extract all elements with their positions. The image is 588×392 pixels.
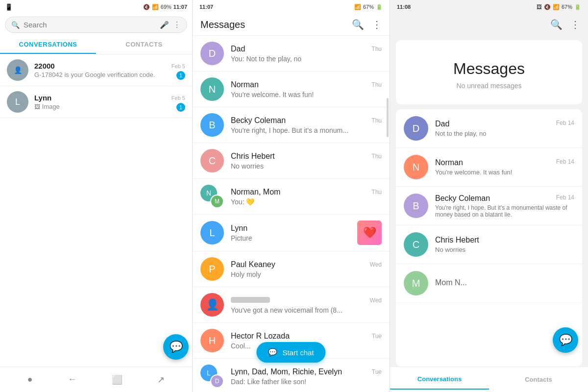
msg-item-norman-mom[interactable]: N M Norman, Mom Thu You: 💛 bbox=[193, 179, 390, 215]
p3-tab-contacts[interactable]: Contacts bbox=[489, 370, 588, 389]
panel3-list: D Dad Feb 14 Not to the play, no N Norma… bbox=[396, 109, 582, 367]
p3-item-mom[interactable]: M Mom N... bbox=[396, 264, 582, 303]
compose-fab-3[interactable]: 💬 bbox=[553, 327, 578, 353]
p3-name-becky: Becky Coleman bbox=[435, 194, 490, 203]
mute-icon: 🔇 bbox=[143, 4, 150, 10]
msg-name-hector: Hector R Lozada bbox=[231, 332, 290, 341]
conv-info-lynn: Lynn Feb 5 🖼 Image bbox=[34, 94, 185, 110]
p3-date-dad: Feb 14 bbox=[556, 120, 574, 128]
avatar-lynn-group: L D bbox=[200, 365, 224, 388]
msg-preview-becky: You're right, I hope. But it's a monum..… bbox=[231, 126, 382, 134]
panel3: 11:08 🖼 🔇 📶 67% 🔋 🔍 ⋮ Messages No unread… bbox=[390, 0, 588, 392]
search-bar[interactable]: 🔍 🎤 ⋮ bbox=[5, 17, 187, 33]
p3-date-becky: Feb 14 bbox=[556, 194, 574, 203]
message-list: D Dad Thu You: Not to the play, no N Nor… bbox=[193, 36, 390, 392]
msg-date-paul: Wed bbox=[370, 261, 382, 268]
conv-date-22000: Feb 5 bbox=[172, 63, 185, 69]
p3-info-dad: Dad Feb 14 Not to the play, no bbox=[435, 120, 574, 137]
msg-thumbnail-lynn: ❤️ bbox=[357, 220, 382, 245]
unread-badge-22000: 1 bbox=[176, 71, 185, 80]
search-action-icon[interactable]: 🔍 bbox=[352, 19, 364, 30]
bottom-nav-1: ● ← ⬜ ↗ bbox=[0, 367, 192, 392]
start-chat-label: Start chat bbox=[282, 348, 314, 357]
msg-date-norman: Thu bbox=[371, 81, 382, 88]
search-input[interactable] bbox=[24, 21, 156, 29]
tab-contacts[interactable]: CONTACTS bbox=[96, 36, 192, 54]
conv-date-lynn: Feb 5 bbox=[172, 95, 185, 101]
panel2: 11:07 📶 67% 🔋 Messages 🔍 ⋮ D Dad Thu You… bbox=[193, 0, 390, 392]
panel1: 📱 🔇 📶 69% 11:07 🔍 🎤 ⋮ CONVERSATIONS CONT… bbox=[0, 0, 193, 392]
msg-preview-chris: No worries bbox=[231, 162, 382, 170]
start-chat-button[interactable]: 💬 Start chat bbox=[256, 342, 325, 363]
p3-info-mom: Mom N... bbox=[435, 278, 574, 289]
msg-date-lynn-group: Tue bbox=[372, 368, 382, 375]
msg-item-voicemail[interactable]: 👤 Wed You've got a new voicemail from (8… bbox=[193, 287, 390, 323]
start-chat-icon: 💬 bbox=[268, 348, 277, 357]
msg-info-voicemail: Wed You've got a new voicemail from (8..… bbox=[231, 296, 382, 314]
conv-item-lynn[interactable]: L Lynn Feb 5 🖼 Image 1 bbox=[0, 86, 192, 118]
msg-name-paul: Paul Keaney bbox=[231, 260, 275, 269]
avatar-lynn2: L bbox=[200, 221, 224, 245]
conversation-list: 👤 22000 Feb 5 G-178042 is your Google ve… bbox=[0, 54, 192, 367]
p3-item-chris[interactable]: C Chris Hebert No worries bbox=[396, 225, 582, 264]
status-left-icon: 📱 bbox=[5, 3, 13, 11]
search-action-icon-3[interactable]: 🔍 bbox=[550, 19, 563, 30]
time-3: 11:08 bbox=[397, 4, 411, 10]
battery-3: 67% bbox=[562, 4, 572, 10]
msg-preview-paul: Holy moly bbox=[231, 270, 382, 278]
panel3-bottom-tabs: Conversations Contacts bbox=[390, 367, 588, 392]
avatar-lynn: L bbox=[7, 91, 28, 113]
nav-back[interactable]: ← bbox=[68, 374, 76, 385]
conv-name-lynn: Lynn bbox=[34, 94, 51, 102]
msg-name-voicemail-blurred bbox=[231, 296, 270, 305]
compose-icon-3: 💬 bbox=[559, 334, 572, 346]
compose-fab[interactable]: 💬 bbox=[163, 334, 189, 360]
more-icon[interactable]: ⋮ bbox=[173, 20, 181, 29]
msg-item-dad[interactable]: D Dad Thu You: Not to the play, no bbox=[193, 36, 390, 72]
scrollbar bbox=[387, 98, 389, 137]
status-bar-1: 📱 🔇 📶 69% 11:07 bbox=[0, 0, 192, 14]
mic-icon[interactable]: 🎤 bbox=[160, 21, 169, 29]
msg-name-becky: Becky Coleman bbox=[231, 116, 286, 125]
mute-icon-3: 🔇 bbox=[544, 4, 551, 10]
p3-avatar-chris: C bbox=[404, 232, 428, 257]
p3-info-becky: Becky Coleman Feb 14 You're right, I hop… bbox=[435, 194, 574, 218]
panel3-header: 🔍 ⋮ bbox=[390, 14, 588, 35]
msg-item-lynn-group[interactable]: L D Lynn, Dad, Mom, Richie, Evelyn Tue D… bbox=[193, 359, 390, 392]
avatar-becky: B bbox=[200, 113, 224, 137]
msg-name-chris: Chris Hebert bbox=[231, 152, 275, 161]
p3-tab-conversations[interactable]: Conversations bbox=[390, 369, 489, 390]
msg-info-lynn-group: Lynn, Dad, Mom, Richie, Evelyn Tue Dad: … bbox=[231, 368, 382, 386]
msg-name-dad: Dad bbox=[231, 45, 245, 53]
msg-info-becky: Becky Coleman Thu You're right, I hope. … bbox=[231, 116, 382, 134]
battery-icon-3: 🔋 bbox=[574, 4, 581, 10]
p3-name-chris: Chris Hebert bbox=[435, 236, 479, 245]
tab-conversations[interactable]: CONVERSATIONS bbox=[0, 36, 96, 54]
conv-item-22000[interactable]: 👤 22000 Feb 5 G-178042 is your Google ve… bbox=[0, 54, 192, 86]
msg-item-paul[interactable]: P Paul Keaney Wed Holy moly bbox=[193, 251, 390, 287]
battery-label: 69% bbox=[161, 4, 172, 10]
more-action-icon-3[interactable]: ⋮ bbox=[570, 19, 580, 30]
msg-item-chris[interactable]: C Chris Hebert Thu No worries bbox=[193, 143, 390, 179]
p3-item-norman[interactable]: N Norman Feb 14 You're welcome. It was f… bbox=[396, 148, 582, 187]
more-action-icon[interactable]: ⋮ bbox=[372, 19, 382, 30]
msg-info-lynn2: Lynn Picture bbox=[231, 224, 353, 242]
msg-item-lynn2[interactable]: L Lynn Picture ❤️ bbox=[193, 215, 390, 251]
nav-dot[interactable]: ● bbox=[27, 374, 33, 385]
battery-icon-2: 🔋 bbox=[376, 4, 383, 10]
nav-home[interactable]: ⬜ bbox=[112, 374, 122, 385]
p3-info-chris: Chris Hebert No worries bbox=[435, 236, 574, 253]
compose-icon: 💬 bbox=[170, 341, 183, 353]
msg-info-norman-mom: Norman, Mom Thu You: 💛 bbox=[231, 188, 382, 206]
status-bar-3: 11:08 🖼 🔇 📶 67% 🔋 bbox=[390, 0, 588, 14]
msg-item-norman[interactable]: N Norman Thu You're welcome. It was fun! bbox=[193, 72, 390, 107]
p3-avatar-becky: B bbox=[404, 194, 428, 218]
p3-avatar-mom: M bbox=[404, 271, 428, 295]
nav-share[interactable]: ↗ bbox=[157, 374, 165, 385]
p3-item-becky[interactable]: B Becky Coleman Feb 14 You're right, I h… bbox=[396, 187, 582, 225]
msg-item-becky[interactable]: B Becky Coleman Thu You're right, I hope… bbox=[193, 107, 390, 143]
p3-item-dad[interactable]: D Dad Feb 14 Not to the play, no bbox=[396, 109, 582, 148]
msg-preview-lynn2: Picture bbox=[231, 234, 353, 242]
msg-name-lynn-group: Lynn, Dad, Mom, Richie, Evelyn bbox=[231, 368, 342, 376]
msg-date-chris: Thu bbox=[371, 153, 382, 160]
